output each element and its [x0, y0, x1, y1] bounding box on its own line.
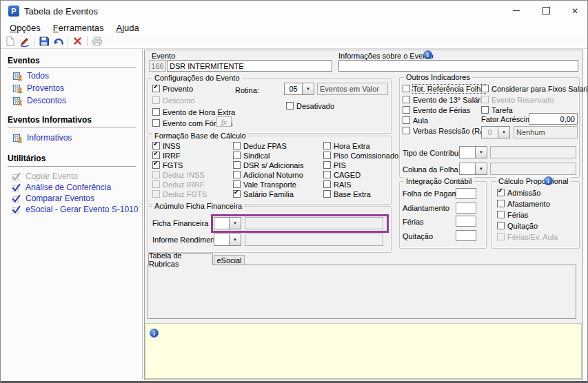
- chevron-down-icon[interactable]: [498, 126, 510, 138]
- maximize-button[interactable]: [534, 1, 558, 21]
- checkbox-hora-extra[interactable]: Hora Extra: [323, 141, 370, 150]
- checkbox-rais[interactable]: RAIS: [323, 180, 352, 189]
- checkbox-deduz-irrf[interactable]: Deduz IRRF: [152, 180, 205, 189]
- checkbox-box[interactable]: [152, 108, 160, 116]
- sidebar-item-analise-conferencia[interactable]: Análise de Conferência: [12, 183, 111, 192]
- chevron-down-icon[interactable]: [476, 163, 487, 175]
- undo-button[interactable]: [51, 34, 65, 48]
- minimize-button[interactable]: [505, 1, 528, 21]
- checkbox-inss[interactable]: INSS: [152, 141, 181, 150]
- checkbox-box[interactable]: [152, 180, 160, 188]
- info-icon[interactable]: [544, 176, 553, 185]
- checkbox-box[interactable]: [323, 152, 331, 159]
- checkbox-dsr-adicionais[interactable]: DSR s/ Adicionais: [233, 161, 303, 169]
- checkbox-afastamento[interactable]: Afastamento: [497, 199, 550, 208]
- sidebar-item-comparar-eventos[interactable]: Comparar Eventos: [12, 194, 94, 203]
- checkbox-piso-comissionado[interactable]: Piso Comissionado: [323, 151, 398, 160]
- checkbox-box[interactable]: [152, 152, 160, 159]
- folha-pagamento-field[interactable]: [456, 188, 476, 199]
- tipo-contribuicao-value[interactable]: [459, 146, 476, 158]
- menu-ajuda[interactable]: Ajuda: [110, 22, 145, 34]
- sidebar-item-informativos[interactable]: Informativos: [13, 133, 72, 143]
- checkbox-box[interactable]: [403, 116, 410, 124]
- checkbox-pis[interactable]: PIS: [323, 161, 346, 169]
- new-document-button[interactable]: [3, 34, 17, 48]
- save-button[interactable]: [37, 34, 51, 48]
- checkbox-box[interactable]: [233, 180, 241, 188]
- checkbox-evento-13-salario[interactable]: Evento de 13° Salário: [403, 95, 487, 104]
- checkbox-box[interactable]: [233, 190, 241, 198]
- checkbox-box[interactable]: [481, 85, 489, 92]
- checkbox-desativado[interactable]: Desativado: [286, 101, 334, 110]
- sidebar-item-proventos[interactable]: Proventos: [13, 83, 64, 93]
- tipo-contribuicao-dropdown[interactable]: [459, 146, 487, 158]
- checkbox-ferias-proporcional[interactable]: Férias: [497, 210, 529, 219]
- checkbox-sindical[interactable]: Sindical: [233, 151, 270, 160]
- adiantamento-field[interactable]: [456, 203, 476, 214]
- checkbox-aula[interactable]: Aula: [403, 116, 428, 125]
- chevron-down-icon[interactable]: [303, 83, 314, 95]
- sidebar-item-descontos[interactable]: Descontos: [13, 96, 66, 105]
- evento-nome-field[interactable]: DSR INTERMITENTE: [167, 60, 332, 72]
- checkbox-box[interactable]: [152, 161, 160, 169]
- delete-button[interactable]: [70, 34, 85, 48]
- checkbox-admissao[interactable]: Admissão: [497, 188, 540, 197]
- checkbox-box[interactable]: [497, 189, 505, 196]
- checkbox-adicional-noturno[interactable]: Adicional Noturno: [233, 170, 303, 179]
- checkbox-box[interactable]: [323, 161, 331, 169]
- ferias-field[interactable]: [456, 216, 476, 227]
- chevron-down-icon[interactable]: [230, 234, 241, 246]
- checkbox-box[interactable]: [323, 180, 331, 188]
- checkbox-evento-hora-extra[interactable]: Evento de Hora Extra: [152, 107, 235, 116]
- checkbox-box[interactable]: [152, 85, 160, 92]
- checkbox-box[interactable]: [497, 233, 505, 240]
- checkbox-box[interactable]: [152, 96, 160, 104]
- checkbox-caged[interactable]: CAGED: [323, 170, 361, 179]
- checkbox-box[interactable]: [403, 106, 410, 114]
- checkbox-salario-familia[interactable]: Salário Familia: [233, 189, 294, 198]
- coluna-folha-value[interactable]: [459, 163, 476, 175]
- checkbox-fgts[interactable]: FGTS: [152, 161, 183, 169]
- checkbox-box[interactable]: [233, 152, 241, 159]
- menu-ferramentas[interactable]: Ferramentas: [47, 22, 110, 34]
- print-button[interactable]: [90, 34, 104, 48]
- checkbox-irrf[interactable]: IRRF: [152, 151, 181, 160]
- checkbox-box[interactable]: [403, 127, 410, 134]
- checkbox-box[interactable]: [497, 222, 505, 229]
- checkbox-vale-transporte[interactable]: Vale Transporte: [233, 180, 296, 189]
- tab-esocial[interactable]: eSocial: [214, 255, 245, 265]
- checkbox-box[interactable]: [152, 171, 160, 178]
- checkbox-box[interactable]: [152, 142, 160, 149]
- rotina-dropdown[interactable]: 05: [284, 83, 314, 95]
- checkbox-box[interactable]: [233, 161, 241, 169]
- verbas-rescisao-value[interactable]: 0: [481, 126, 498, 138]
- checkbox-desconto[interactable]: Desconto: [152, 96, 194, 105]
- checkbox-tarefa[interactable]: Tarefa: [481, 105, 513, 114]
- checkbox-box[interactable]: [497, 211, 505, 218]
- sidebar-item-copiar-evento[interactable]: Copiar Evento: [12, 172, 78, 181]
- edit-button[interactable]: [17, 34, 32, 48]
- checkbox-tot-referencia-folha[interactable]: Tot. Referência Folha: [403, 84, 485, 93]
- checkbox-deduz-inss[interactable]: Deduz INSS: [152, 170, 205, 179]
- checkbox-base-extra[interactable]: Base Extra: [323, 189, 371, 198]
- checkbox-box[interactable]: [403, 96, 410, 103]
- checkbox-box[interactable]: [323, 142, 331, 149]
- checkbox-box[interactable]: [152, 119, 160, 127]
- chevron-down-icon[interactable]: [476, 146, 487, 158]
- checkbox-box[interactable]: [323, 171, 331, 178]
- checkbox-evento-reservado[interactable]: Evento Reservado: [481, 95, 554, 104]
- coluna-folha-dropdown[interactable]: [459, 163, 487, 175]
- checkbox-box[interactable]: [403, 85, 410, 92]
- sidebar-item-todos[interactable]: Todos: [13, 71, 49, 81]
- checkbox-box[interactable]: [481, 96, 489, 103]
- formula-fx-button[interactable]: fx: [216, 116, 232, 127]
- checkbox-quitacao-proporcional[interactable]: Quitação: [497, 221, 538, 230]
- checkbox-considerar-fixos-salariais[interactable]: Considerar para Fixos Salariais: [481, 84, 588, 93]
- fator-acrescimo-field[interactable]: 0,00: [529, 113, 578, 125]
- close-button[interactable]: [563, 1, 587, 21]
- checkbox-box[interactable]: [286, 102, 294, 110]
- checkbox-box[interactable]: [497, 200, 505, 207]
- info-icon[interactable]: [423, 50, 432, 59]
- checkbox-box[interactable]: [233, 142, 241, 149]
- checkbox-provento[interactable]: Provento: [152, 84, 193, 93]
